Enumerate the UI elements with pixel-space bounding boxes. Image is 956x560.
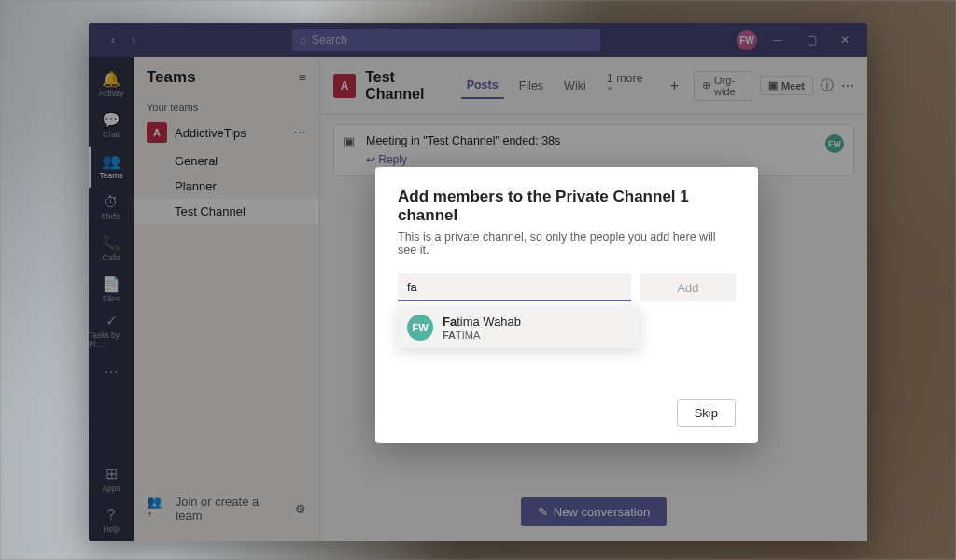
add-members-modal: Add members to the Private Channel 1 cha… — [375, 167, 758, 443]
member-search-input[interactable] — [398, 273, 631, 301]
modal-subtitle: This is a private channel, so only the p… — [398, 231, 736, 257]
suggestion-item[interactable]: FW Fatima Wahab FATIMA — [398, 307, 640, 348]
teams-window: ‹ › ⌕ Search FW ─ ▢ ✕ 🔔 Activity 💬 Chat … — [89, 23, 867, 541]
suggestion-avatar: FW — [407, 315, 433, 341]
suggestion-name: Fatima Wahab — [443, 315, 521, 329]
modal-title: Add members to the Private Channel 1 cha… — [398, 188, 736, 225]
suggestion-list: FW Fatima Wahab FATIMA — [398, 307, 640, 348]
skip-button[interactable]: Skip — [677, 399, 736, 427]
suggestion-subname: FATIMA — [443, 329, 521, 341]
add-button[interactable]: Add — [640, 273, 736, 301]
